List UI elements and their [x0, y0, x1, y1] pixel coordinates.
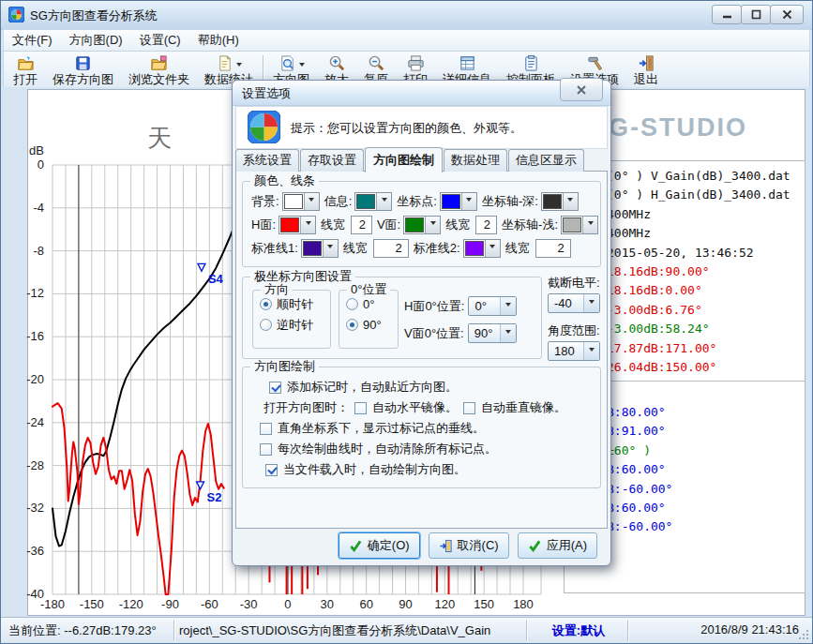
color-swatch — [405, 217, 424, 232]
menu-item-help[interactable]: 帮助(H) — [189, 30, 248, 51]
angle-range-label: 角度范围: — [548, 322, 604, 339]
radio-option-zero-position-1[interactable]: 90° — [346, 318, 398, 332]
minimize-icon[interactable] — [712, 5, 742, 24]
menu-item-settings[interactable]: 设置(C) — [131, 30, 189, 51]
checkbox-label: 每次绘制曲线时，自动清除所有标记点。 — [278, 441, 497, 457]
menu-item-pattern[interactable]: 方向图(D) — [61, 30, 131, 51]
chevron-down-icon[interactable] — [500, 297, 516, 315]
color-field-label: 坐标轴-浅: — [502, 217, 558, 233]
dialog-close-icon[interactable] — [560, 78, 603, 101]
toolbar-label: 打开 — [13, 72, 38, 87]
h-zero-combo[interactable]: 0° — [468, 296, 517, 316]
color-dropdown[interactable] — [440, 192, 477, 211]
line-width-input[interactable]: 2 — [475, 216, 497, 234]
v-zero-combo[interactable]: 90° — [468, 323, 517, 343]
radio-option-zero-position-0[interactable]: 0° — [346, 297, 398, 311]
ok-button[interactable]: 确定(O) — [339, 532, 420, 559]
chevron-down-icon[interactable] — [563, 193, 578, 210]
radio-button[interactable] — [346, 319, 358, 331]
chevron-down-icon[interactable] — [500, 324, 516, 342]
hint-text: 提示：您可以设置方向图的颜色、外观等。 — [291, 120, 522, 137]
chevron-down-icon[interactable] — [583, 342, 599, 360]
tab-pattern-draw[interactable]: 方向图绘制 — [365, 147, 443, 172]
color-dropdown[interactable] — [354, 192, 392, 211]
radio-option-direction-1[interactable]: 逆时针 — [260, 318, 330, 332]
check-icon — [528, 539, 542, 553]
radio-button[interactable] — [346, 298, 358, 310]
dialog-tabs: 系统设置存取设置方向图绘制数据处理信息区显示 — [235, 150, 584, 172]
toolbar-icon-row — [586, 54, 604, 72]
chevron-down-icon[interactable] — [461, 193, 476, 210]
radio-label: 顺时针 — [277, 296, 313, 313]
zoom-in-icon — [328, 54, 346, 72]
menu-item-file[interactable]: 文件(F) — [4, 30, 61, 51]
zero-position-subgroup: 0°位置 0°90° — [339, 290, 399, 349]
dialog-title-bar[interactable]: 设置选项 — [233, 81, 610, 106]
color-swatch — [356, 194, 375, 209]
watermark-text: SG-STUDIO — [590, 113, 747, 142]
document-icon — [216, 54, 233, 72]
button-label: 确定(O) — [368, 537, 410, 554]
line-width-input[interactable]: 2 — [351, 216, 372, 234]
combo-value: -40 — [549, 294, 583, 312]
maximize-icon[interactable] — [741, 5, 771, 24]
resize-grip-icon[interactable] — [798, 629, 810, 641]
checkbox[interactable] — [354, 402, 367, 414]
color-field-label: 标准线1: — [251, 240, 298, 257]
color-field-label: 坐标轴-深: — [482, 193, 538, 210]
color-dropdown[interactable] — [561, 216, 598, 234]
dropdown-arrow-icon[interactable] — [236, 58, 242, 72]
checkbox[interactable] — [463, 402, 475, 414]
color-swatch — [303, 241, 322, 256]
toolbar-save-pattern-button[interactable]: 保存方向图 — [45, 52, 121, 88]
color-field-label: V面: — [377, 217, 400, 233]
chevron-down-icon[interactable] — [323, 240, 338, 257]
color-dropdown[interactable] — [463, 239, 501, 258]
checkbox[interactable] — [260, 443, 272, 456]
cutoff-column: 截断电平: -40 角度范围: 180 — [548, 271, 604, 361]
toolbar-open-button[interactable]: 打开 — [6, 52, 45, 88]
toolbar-icon-row — [74, 54, 92, 72]
chevron-down-icon[interactable] — [582, 217, 597, 233]
chevron-down-icon[interactable] — [485, 240, 500, 257]
status-settings-mode[interactable]: 设置:默认 — [532, 622, 625, 639]
group-title: 颜色、线条 — [250, 173, 319, 187]
toolbar-browse-folder-button[interactable]: 浏览文件夹 — [121, 52, 197, 88]
toolbar-label: 浏览文件夹 — [128, 72, 189, 87]
toolbar-exit-button[interactable]: 退出 — [626, 52, 666, 88]
hint-app-icon — [248, 111, 280, 143]
color-dropdown[interactable] — [279, 216, 316, 234]
angle-range-combo[interactable]: 180 — [548, 341, 600, 361]
info-line: B:-60.00° — [607, 482, 672, 496]
dropdown-arrow-icon[interactable] — [299, 58, 305, 72]
subgroup-title: 0°位置 — [347, 282, 390, 296]
chevron-down-icon[interactable] — [376, 193, 391, 210]
chevron-down-icon[interactable] — [304, 193, 319, 210]
color-dropdown[interactable] — [282, 192, 320, 211]
chart-title-partial: 天 — [147, 122, 172, 155]
radio-label: 逆时针 — [277, 317, 313, 334]
radio-option-direction-0[interactable]: 顺时针 — [260, 297, 330, 311]
apply-button[interactable]: 应用(A) — [518, 532, 597, 559]
checkbox[interactable] — [265, 464, 278, 476]
chevron-down-icon[interactable] — [425, 217, 440, 233]
color-dropdown[interactable] — [403, 216, 441, 234]
color-dropdown[interactable] — [541, 192, 579, 211]
status-bar: 当前位置: --6.27dB:179.23° roject\_SG-STUDIO… — [1, 617, 812, 643]
cutoff-combo[interactable]: -40 — [548, 293, 600, 313]
checkbox[interactable] — [260, 423, 272, 435]
cancel-button[interactable]: 取消(C) — [429, 532, 509, 559]
tab-data-process[interactable]: 数据处理 — [444, 149, 507, 172]
color-dropdown[interactable] — [301, 239, 339, 258]
line-width-input[interactable]: 2 — [535, 239, 571, 258]
tab-info-display[interactable]: 信息区显示 — [508, 149, 584, 172]
chevron-down-icon[interactable] — [583, 294, 599, 312]
tab-system[interactable]: 系统设置 — [235, 149, 299, 172]
radio-button[interactable] — [260, 319, 272, 331]
close-icon[interactable] — [770, 5, 804, 24]
tab-storage[interactable]: 存取设置 — [300, 149, 364, 172]
chevron-down-icon[interactable] — [300, 217, 315, 233]
line-width-input[interactable]: 2 — [373, 239, 409, 258]
radio-button[interactable] — [260, 298, 272, 310]
checkbox[interactable] — [269, 382, 281, 394]
